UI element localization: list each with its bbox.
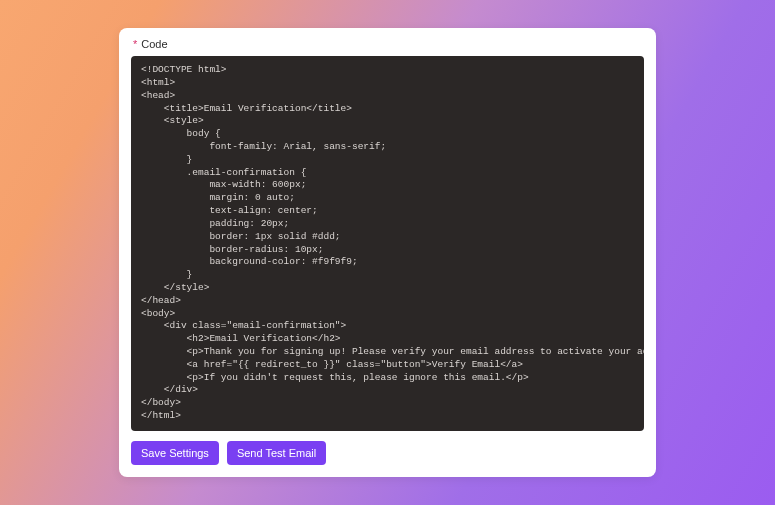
send-test-email-button[interactable]: Send Test Email <box>227 441 326 465</box>
save-settings-button[interactable]: Save Settings <box>131 441 219 465</box>
code-editor[interactable]: <!DOCTYPE html> <html> <head> <title>Ema… <box>131 56 644 431</box>
required-indicator: * <box>133 39 137 50</box>
settings-card: * Code <!DOCTYPE html> <html> <head> <ti… <box>119 28 656 477</box>
code-field-label: Code <box>141 38 167 50</box>
code-field-label-row: * Code <box>131 38 644 50</box>
button-row: Save Settings Send Test Email <box>131 441 644 465</box>
